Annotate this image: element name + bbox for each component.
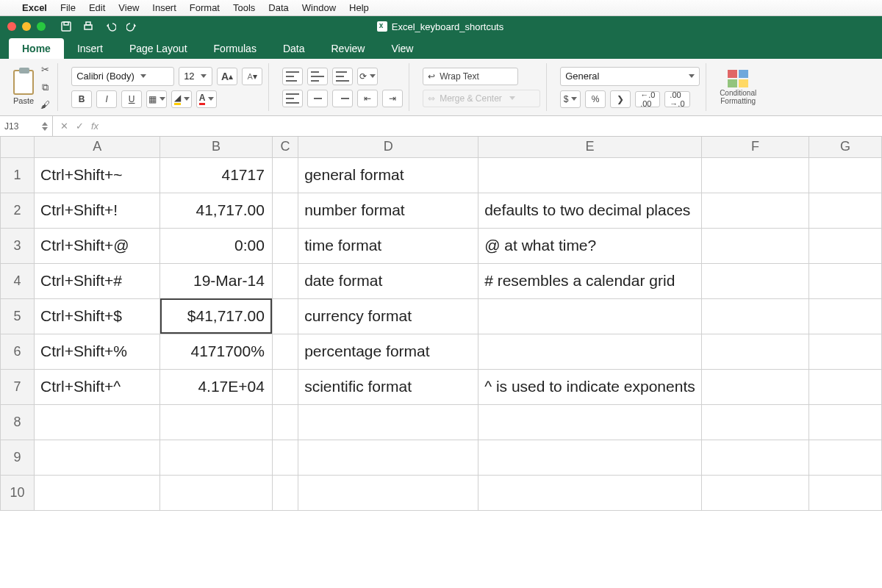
cell-F4[interactable] (701, 263, 808, 298)
cell-B4[interactable]: 19-Mar-14 (160, 263, 273, 298)
enter-formula-icon[interactable]: ✓ (76, 121, 84, 132)
conditional-formatting-button[interactable]: Conditional Formatting (720, 70, 756, 105)
cell-G10[interactable] (809, 475, 882, 510)
increase-font-button[interactable]: A▴ (217, 68, 237, 85)
cell-F7[interactable] (701, 369, 808, 404)
align-middle-button[interactable] (307, 68, 328, 85)
cell-D3[interactable]: time format (298, 228, 478, 263)
cell-E3[interactable]: @ at what time? (478, 228, 702, 263)
increase-indent-button[interactable]: ⇥ (382, 90, 403, 107)
cell-F6[interactable] (701, 334, 808, 369)
name-box-stepper[interactable] (42, 122, 48, 131)
cell-A6[interactable]: Ctrl+Shift+% (35, 334, 160, 369)
redo-icon[interactable] (126, 21, 138, 32)
row-header[interactable]: 7 (1, 369, 35, 404)
cell-E1[interactable] (478, 157, 702, 193)
zoom-window-button[interactable] (37, 22, 46, 31)
align-left-button[interactable] (282, 90, 303, 107)
percent-format-button[interactable]: % (585, 90, 606, 108)
cell-D6[interactable]: percentage format (298, 334, 478, 369)
copy-icon[interactable]: ⧉ (38, 81, 51, 94)
mac-menu-help[interactable]: Help (349, 2, 369, 13)
cell-F8[interactable] (701, 404, 808, 440)
mac-menu-window[interactable]: Window (302, 2, 336, 13)
italic-button[interactable]: I (96, 90, 117, 108)
cell-C7[interactable] (272, 369, 298, 404)
cell-G5[interactable] (809, 298, 882, 334)
save-icon[interactable] (60, 21, 72, 32)
cell-B5[interactable]: $41,717.00 (160, 298, 273, 334)
font-size-select[interactable]: 12 (179, 67, 212, 86)
cell-F5[interactable] (701, 298, 808, 334)
mac-menu-insert[interactable]: Insert (152, 2, 176, 13)
mac-menu-file[interactable]: File (60, 2, 76, 13)
cell-G1[interactable] (809, 157, 882, 193)
merge-center-button[interactable]: ⇔ Merge & Center (423, 90, 540, 107)
cell-G9[interactable] (809, 440, 882, 475)
tab-home[interactable]: Home (9, 38, 64, 59)
cell-B10[interactable] (160, 475, 273, 510)
cell-A7[interactable]: Ctrl+Shift+^ (35, 369, 160, 404)
cell-E2[interactable]: defaults to two decimal places (478, 193, 702, 228)
cell-F1[interactable] (701, 157, 808, 193)
cell-D9[interactable] (298, 440, 478, 475)
cell-D7[interactable]: scientific format (298, 369, 478, 404)
row-header[interactable]: 3 (1, 228, 35, 263)
cell-C4[interactable] (272, 263, 298, 298)
cell-C3[interactable] (272, 228, 298, 263)
mac-menu-view[interactable]: View (118, 2, 139, 13)
paste-button[interactable]: Paste (13, 70, 34, 105)
fx-icon[interactable]: fx (91, 121, 98, 132)
decrease-font-button[interactable]: A▾ (242, 68, 262, 85)
underline-button[interactable]: U (121, 90, 142, 108)
number-format-select[interactable]: General (560, 67, 700, 86)
row-header[interactable]: 8 (1, 404, 35, 440)
row-header[interactable]: 4 (1, 263, 35, 298)
print-icon[interactable] (82, 21, 94, 32)
cell-A8[interactable] (35, 404, 160, 440)
close-window-button[interactable] (7, 22, 16, 31)
column-header-C[interactable]: C (272, 137, 298, 157)
align-center-button[interactable] (307, 90, 328, 107)
cell-D4[interactable]: date format (298, 263, 478, 298)
cell-E6[interactable] (478, 334, 702, 369)
tab-page-layout[interactable]: Page Layout (116, 38, 201, 59)
cell-F10[interactable] (701, 475, 808, 510)
wrap-text-button[interactable]: ↩ Wrap Text (423, 68, 518, 85)
mac-menu-data[interactable]: Data (268, 2, 288, 13)
minimize-window-button[interactable] (22, 22, 31, 31)
cell-G7[interactable] (809, 369, 882, 404)
cell-C2[interactable] (272, 193, 298, 228)
row-header[interactable]: 2 (1, 193, 35, 228)
align-right-button[interactable] (332, 90, 353, 107)
cell-D8[interactable] (298, 404, 478, 440)
cell-C9[interactable] (272, 440, 298, 475)
cell-D5[interactable]: currency format (298, 298, 478, 334)
column-header-E[interactable]: E (478, 137, 702, 157)
cell-B8[interactable] (160, 404, 273, 440)
formula-input[interactable] (106, 116, 882, 136)
cell-A2[interactable]: Ctrl+Shift+! (35, 193, 160, 228)
cell-F3[interactable] (701, 228, 808, 263)
row-header[interactable]: 5 (1, 298, 35, 334)
cell-B6[interactable]: 4171700% (160, 334, 273, 369)
tab-review[interactable]: Review (318, 38, 378, 59)
column-header-F[interactable]: F (701, 137, 808, 157)
row-header[interactable]: 9 (1, 440, 35, 475)
cell-D2[interactable]: number format (298, 193, 478, 228)
cell-A1[interactable]: Ctrl+Shift+~ (35, 157, 160, 193)
format-painter-icon[interactable]: 🖌 (38, 98, 51, 112)
currency-format-button[interactable]: $ (560, 90, 581, 108)
cell-C10[interactable] (272, 475, 298, 510)
column-header-A[interactable]: A (35, 137, 160, 157)
cell-G8[interactable] (809, 404, 882, 440)
cell-A4[interactable]: Ctrl+Shift+# (35, 263, 160, 298)
font-color-button[interactable]: A (196, 90, 217, 108)
align-bottom-button[interactable] (332, 68, 353, 85)
borders-button[interactable]: ▦ (146, 90, 167, 108)
tab-formulas[interactable]: Formulas (201, 38, 270, 59)
cell-E7[interactable]: ^ is used to indicate exponents (478, 369, 702, 404)
column-header-B[interactable]: B (160, 137, 273, 157)
cell-A5[interactable]: Ctrl+Shift+$ (35, 298, 160, 334)
cell-B2[interactable]: 41,717.00 (160, 193, 273, 228)
